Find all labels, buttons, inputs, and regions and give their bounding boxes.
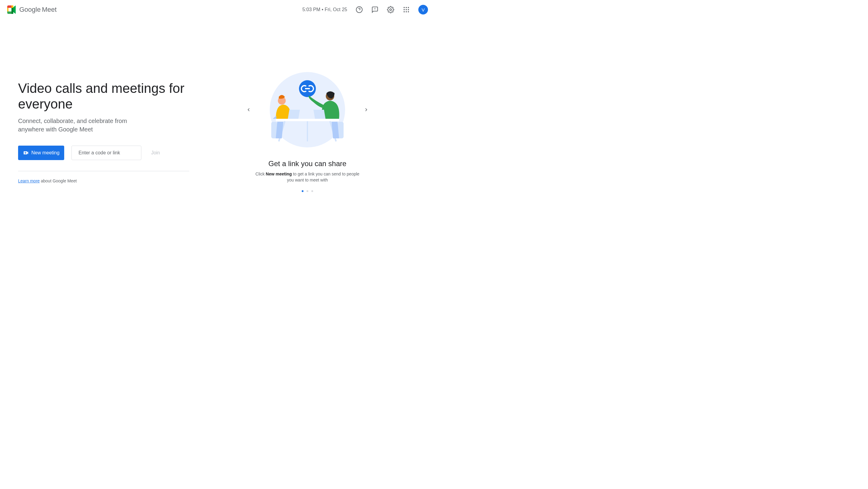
main-content: Video calls and meetings for everyone Co… <box>0 19 434 245</box>
share-link-illustration <box>261 72 354 147</box>
svg-point-11 <box>404 9 405 10</box>
brand-meet: Meet <box>42 6 57 13</box>
settings-button[interactable] <box>384 4 397 16</box>
action-row: New meeting Join <box>18 146 199 160</box>
svg-rect-2 <box>8 11 11 14</box>
carousel-prev-button[interactable] <box>243 104 255 116</box>
code-input-container[interactable] <box>71 146 141 160</box>
account-avatar[interactable]: V <box>418 5 428 14</box>
page-headline: Video calls and meetings for everyone <box>18 81 199 112</box>
svg-point-16 <box>408 11 409 12</box>
carousel-dot-0[interactable] <box>302 190 304 192</box>
feedback-button[interactable] <box>369 4 381 16</box>
apps-grid-icon <box>403 7 409 13</box>
learn-more-suffix: about Google Meet <box>40 179 77 183</box>
header: Google Meet 5:03 PM • Fri, Oct 25 <box>0 0 434 19</box>
carousel-next-button[interactable] <box>360 104 372 116</box>
help-button[interactable] <box>353 4 365 16</box>
svg-point-12 <box>406 9 407 10</box>
left-panel: Video calls and meetings for everyone Co… <box>18 81 199 183</box>
apps-button[interactable] <box>400 4 412 16</box>
feedback-icon <box>371 6 378 13</box>
carousel-description: Click New meeting to get a link you can … <box>253 171 362 183</box>
svg-rect-20 <box>276 119 339 121</box>
right-panel: Get a link you can share Click New meeti… <box>199 72 416 192</box>
carousel-desc-prefix: Click <box>255 172 266 176</box>
header-left: Google Meet <box>6 4 57 15</box>
new-meeting-button[interactable]: New meeting <box>18 146 64 160</box>
divider <box>18 171 189 171</box>
page-subheadline: Connect, collaborate, and celebrate from… <box>18 117 151 133</box>
meet-logo-icon <box>6 4 17 15</box>
svg-rect-0 <box>7 8 8 11</box>
carousel-dot-2[interactable] <box>311 190 313 192</box>
datetime-text: 5:03 PM • Fri, Oct 25 <box>302 7 347 12</box>
code-input[interactable] <box>79 150 138 156</box>
carousel-dots <box>302 190 313 192</box>
learn-more-text: Learn more about Google Meet <box>18 179 199 183</box>
svg-point-7 <box>390 9 392 10</box>
new-meeting-label: New meeting <box>31 150 59 156</box>
header-right: 5:03 PM • Fri, Oct 25 <box>302 4 428 16</box>
svg-point-14 <box>404 11 405 12</box>
chevron-left-icon <box>246 107 252 113</box>
svg-point-10 <box>408 7 409 8</box>
carousel-desc-suffix: to get a link you can send to people you… <box>287 172 359 182</box>
learn-more-link[interactable]: Learn more <box>18 179 40 183</box>
svg-point-9 <box>406 7 407 8</box>
carousel-title: Get a link you can share <box>269 159 347 168</box>
svg-point-8 <box>404 7 405 8</box>
svg-point-13 <box>408 9 409 10</box>
brand-text: Google Meet <box>19 6 57 13</box>
svg-point-15 <box>406 11 407 12</box>
brand-google: Google <box>19 6 41 13</box>
carousel-desc-bold: New meeting <box>266 172 292 176</box>
video-plus-icon <box>23 150 29 156</box>
svg-rect-1 <box>8 5 11 8</box>
chevron-right-icon <box>363 107 369 113</box>
join-button[interactable]: Join <box>149 150 162 156</box>
carousel-dot-1[interactable] <box>307 190 308 192</box>
gear-icon <box>387 6 394 13</box>
help-icon <box>355 6 363 13</box>
carousel <box>243 72 372 147</box>
